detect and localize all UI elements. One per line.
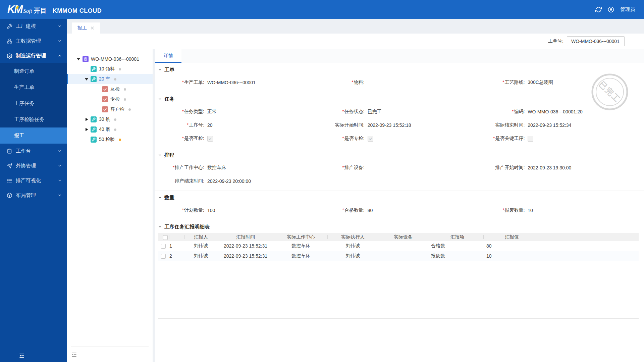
field-label: 报废数量: (478, 207, 525, 213)
sidebar-item-manufacturing-ops[interactable]: 制造运行管理 (0, 48, 67, 63)
status-dot-gray (124, 98, 126, 101)
field-value: 20 (207, 122, 213, 128)
field-work-center: 排产工作中心: 数控车床 (158, 161, 318, 174)
tree-node-label[interactable]: 30 铣 (99, 116, 110, 122)
section-schedule-title[interactable]: 排程 (158, 149, 639, 161)
sidebar-item-label: 工序检验任务 (14, 116, 44, 123)
key-op-checkbox[interactable] (528, 136, 533, 142)
workorder-number-input[interactable] (567, 36, 625, 46)
close-icon[interactable] (91, 26, 94, 30)
tree-node-label[interactable]: 专检 (110, 96, 120, 102)
field-label: 实际开始时间: (318, 122, 365, 128)
tree-node-op-30[interactable]: 30 铣 (67, 114, 153, 124)
clipboard-icon (7, 148, 12, 154)
collapse-sidebar-icon[interactable] (19, 353, 25, 359)
tree-node-mutual-inspection[interactable]: 互检 (67, 84, 153, 94)
status-dot-gray (128, 108, 131, 111)
section-title-text: 任务 (164, 96, 174, 102)
table-row[interactable]: 2 刘伟诚 2022-09-23 15:52:31 数控车床 刘伟诚 报废数 1… (158, 251, 639, 261)
sidebar-item-outsourcing[interactable]: 外协管理 (0, 158, 67, 173)
cell-report-time: 2022-09-23 15:52:31 (217, 241, 274, 251)
field-produce-order: 生产工单: WO-MMO-036---00001 (158, 76, 318, 89)
mutual-check-checkbox[interactable] (207, 136, 213, 142)
chevron-down-icon (158, 153, 162, 157)
header-actual-executor: 实际执行人 (328, 233, 378, 241)
table-row[interactable]: 1 刘伟诚 2022-09-23 15:52:31 数控车床 刘伟诚 合格数 8… (158, 241, 639, 251)
tree-node-label[interactable]: 10 领料 (99, 66, 115, 72)
sidebar-item-layout-management[interactable]: 布局管理 (0, 188, 67, 203)
tree-node-op-20[interactable]: 20 车 (67, 74, 153, 84)
sidebar-item-inspection-tasks[interactable]: 工序检验任务 (0, 111, 67, 127)
brand-product-text: KMMOM CLOUD (53, 7, 102, 14)
field-special-check: 是否专检: (318, 132, 479, 145)
sidebar-item-label: 制造订单 (14, 68, 34, 74)
tree-node-special-inspection[interactable]: 专检 (67, 94, 153, 104)
tree-node-op-10[interactable]: 10 领料 (67, 64, 153, 74)
tree-collapse-icon[interactable] (76, 58, 80, 60)
status-dot-orange (119, 139, 121, 141)
tab-detail[interactable]: 详情 (155, 49, 181, 63)
tree-node-label[interactable]: 客户检 (110, 106, 124, 112)
chevron-up-icon (58, 54, 62, 58)
row-checkbox[interactable] (161, 254, 166, 259)
tab-work-report[interactable]: 报工 (72, 22, 100, 34)
tree-node-label[interactable]: 互检 (110, 86, 120, 92)
sidebar-item-production-workorders[interactable]: 生产工单 (0, 79, 67, 95)
refresh-icon[interactable] (595, 6, 602, 13)
sidebar-item-label: 制造运行管理 (16, 53, 46, 59)
tree-node-customer-inspection[interactable]: 客户检 (67, 104, 153, 114)
select-all-checkbox[interactable] (163, 235, 168, 240)
brand-km-text: KM (7, 4, 22, 14)
header-reporter: 汇报人 (185, 233, 217, 241)
tree-expand-icon[interactable] (85, 128, 89, 131)
row-index: 1 (169, 241, 185, 251)
row-checkbox[interactable] (161, 244, 166, 249)
tree-node-label[interactable]: 40 磨 (99, 126, 110, 133)
sidebar-item-scheduling-visualization[interactable]: 排产可视化 (0, 173, 67, 188)
tree-node-workorder[interactable]: WO-MMO-036---00001 (67, 54, 153, 64)
field-value: 2022-09-23 19:30:00 (528, 165, 571, 170)
sidebar-item-work-report[interactable]: 报工 (0, 127, 67, 144)
tab-label: 详情 (164, 53, 173, 59)
sidebar-item-workbench[interactable]: 工作台 (0, 144, 67, 158)
sidebar-item-manufacturing-orders[interactable]: 制造订单 (0, 63, 67, 79)
collapse-tree-icon[interactable] (71, 352, 77, 358)
field-op-no: 工序号: 20 (158, 118, 318, 132)
cube-icon (7, 193, 12, 198)
tree-node-label[interactable]: 50 检验 (99, 137, 115, 143)
inspection-check-icon (102, 86, 108, 92)
sidebar-item-operation-tasks[interactable]: 工序任务 (0, 95, 67, 111)
toolbar: 工单号: (67, 34, 644, 49)
current-user[interactable]: 管理员 (620, 6, 635, 13)
special-check-checkbox[interactable] (368, 136, 373, 142)
sidebar-item-factory-modeling[interactable]: 工厂建模 (0, 19, 67, 34)
header-report-time: 汇报时间 (217, 233, 274, 241)
field-pass-qty: 合格数量: 80 (318, 204, 479, 217)
tree-expand-icon[interactable] (85, 118, 89, 121)
topbar-actions: 管理员 (595, 6, 644, 13)
tree-node-op-40[interactable]: 40 磨 (67, 124, 153, 135)
tree-node-label[interactable]: WO-MMO-036---00001 (91, 56, 139, 62)
section-workorder: 工单 生产工单: WO-MMO-036---00001 物料: (155, 63, 644, 92)
section-quantity-title[interactable]: 数量 (158, 192, 639, 204)
tree-node-label[interactable]: 20 车 (99, 76, 110, 82)
tree-collapse-icon[interactable] (85, 78, 89, 81)
chevron-down-icon (58, 24, 62, 28)
sidebar-item-label: 工序任务 (14, 100, 34, 107)
cell-report-item: 报废数 (428, 251, 484, 261)
section-task-title[interactable]: 任务 (158, 93, 639, 105)
chevron-down-icon (158, 225, 162, 229)
section-task: 任务 任务类型: 正常 任务状态: 已完工 (155, 92, 644, 148)
operation-wrench-icon (91, 116, 97, 122)
app-window: KM Soft 开目 KMMOM CLOUD 管理员 工厂建模 (0, 0, 644, 362)
section-report-table-title[interactable]: 工序任务汇报明细表 (158, 221, 639, 233)
panels: WO-MMO-036---00001 10 领料 (67, 49, 644, 362)
field-key-op: 是否关键工序: (478, 132, 639, 145)
field-label: 物料: (318, 80, 365, 86)
status-dot-gray (119, 68, 121, 70)
section-workorder-title[interactable]: 工单 (158, 64, 639, 76)
user-avatar-icon[interactable] (608, 6, 614, 13)
sidebar-item-master-data[interactable]: 主数据管理 (0, 34, 67, 48)
tree-node-op-50[interactable]: 50 检验 (67, 135, 153, 145)
page-content: 工单号: WO-MMO-036---00001 (67, 34, 644, 362)
